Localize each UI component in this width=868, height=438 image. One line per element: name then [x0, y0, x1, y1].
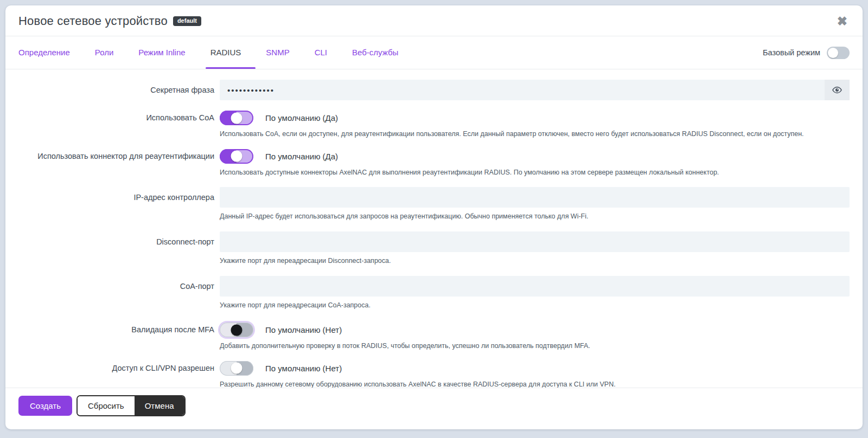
tab-inline-mode[interactable]: Режим Inline: [138, 36, 185, 69]
controller-ip-row: IP-адрес контроллера Данный IP-адрес буд…: [18, 187, 850, 221]
cli-vpn-access-description: Разрешить данному сетевому оборудованию …: [220, 381, 850, 388]
reset-button[interactable]: Сбросить: [78, 396, 135, 415]
toggle-knob: [231, 151, 242, 162]
modal-footer: Создать Сбросить Отмена: [5, 388, 863, 429]
default-badge: default: [173, 16, 201, 26]
tab-snmp[interactable]: SNMP: [266, 36, 289, 69]
use-coa-label: Использовать CoA: [18, 111, 214, 125]
secret-phrase-row: Секретная фраза: [18, 80, 850, 100]
use-connector-label: Использовать коннектор для реаутентифика…: [18, 149, 214, 164]
controller-ip-input[interactable]: [220, 187, 850, 208]
tab-definition[interactable]: Определение: [18, 36, 70, 69]
mfa-validation-toggle[interactable]: [220, 323, 253, 337]
tab-web-services[interactable]: Веб-службы: [352, 36, 398, 69]
mfa-validation-description: Добавить дополнительную проверку в поток…: [220, 342, 850, 351]
create-button[interactable]: Создать: [18, 396, 72, 416]
disconnect-port-label: Disconnect-порт: [18, 231, 214, 252]
use-connector-row: Использовать коннектор для реаутентифика…: [18, 149, 850, 177]
disconnect-port-input[interactable]: [220, 231, 850, 252]
use-coa-toggle[interactable]: [220, 111, 253, 125]
mfa-validation-row: Валидация после MFA По умолчанию (Нет) Д…: [18, 323, 850, 351]
cli-vpn-access-label: Доступ к CLI/VPN разрешен: [18, 361, 214, 376]
coa-port-row: CoA-порт Укажите порт для переадресации …: [18, 276, 850, 310]
cli-vpn-access-status: По умолчанию (Нет): [265, 364, 342, 373]
use-coa-row: Использовать CoA По умолчанию (Да) Испол…: [18, 111, 850, 139]
controller-ip-description: Данный IP-адрес будет использоваться для…: [220, 212, 850, 221]
reset-cancel-group: Сбросить Отмена: [76, 395, 186, 416]
cancel-button[interactable]: Отмена: [135, 396, 184, 415]
toggle-knob: [231, 324, 242, 336]
modal-header: Новое сетевое устройство default ✖: [5, 5, 863, 36]
coa-port-description: Укажите порт для переадресации CoA-запро…: [220, 301, 850, 310]
secret-phrase-input[interactable]: [220, 80, 850, 100]
toggle-knob: [828, 48, 838, 58]
controller-ip-label: IP-адрес контроллера: [18, 187, 214, 208]
close-icon[interactable]: ✖: [835, 14, 850, 29]
use-connector-status: По умолчанию (Да): [265, 152, 338, 161]
toggle-knob: [231, 363, 242, 374]
disconnect-port-row: Disconnect-порт Укажите порт для переадр…: [18, 231, 850, 266]
cli-vpn-access-row: Доступ к CLI/VPN разрешен По умолчанию (…: [18, 361, 850, 388]
tab-cli[interactable]: CLI: [315, 36, 327, 69]
basic-mode-label: Базовый режим: [763, 48, 820, 57]
use-coa-description: Использовать CoA, если он доступен, для …: [220, 130, 850, 139]
secret-phrase-label: Секретная фраза: [18, 80, 214, 100]
cli-vpn-access-toggle[interactable]: [220, 361, 253, 376]
eye-icon[interactable]: [825, 80, 850, 100]
tab-radius[interactable]: RADIUS: [210, 36, 241, 69]
tab-roles[interactable]: Роли: [95, 36, 114, 69]
coa-port-label: CoA-порт: [18, 276, 214, 297]
new-network-device-modal: Новое сетевое устройство default ✖ Опред…: [5, 5, 863, 429]
tab-bar: Определение Роли Режим Inline RADIUS SNM…: [5, 36, 863, 69]
use-coa-status: По умолчанию (Да): [265, 113, 338, 123]
coa-port-input[interactable]: [220, 276, 850, 297]
use-connector-description: Использовать доступные коннекторы AxelNA…: [220, 169, 850, 177]
page-title: Новое сетевое устройство: [18, 14, 168, 28]
toggle-knob: [231, 112, 242, 124]
basic-mode-toggle[interactable]: [827, 47, 850, 59]
disconnect-port-description: Укажите порт для переадресации Disconnec…: [220, 257, 850, 266]
radius-form: Секретная фраза Использовать CoA: [5, 69, 863, 388]
use-connector-toggle[interactable]: [220, 149, 253, 164]
mfa-validation-status: По умолчанию (Нет): [265, 325, 342, 334]
mfa-validation-label: Валидация после MFA: [18, 323, 214, 337]
